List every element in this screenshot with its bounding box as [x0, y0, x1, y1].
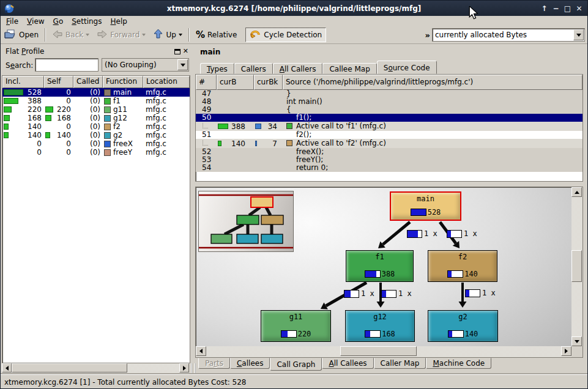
tab-callees[interactable]: Callees: [230, 358, 270, 369]
menu-item-file[interactable]: File: [2, 17, 23, 26]
source-line-50[interactable]: 50f1();: [196, 114, 582, 122]
source-line-54[interactable]: 54return 0;: [196, 164, 582, 172]
graph-node-g11[interactable]: g11220: [261, 310, 331, 342]
column-header-self[interactable]: Self: [44, 76, 73, 88]
dock-close-button[interactable]: ✕: [183, 48, 188, 54]
scroll-down-button[interactable]: [571, 336, 582, 346]
incl-bar: [4, 124, 9, 130]
source-line-49[interactable]: 49{: [196, 106, 582, 114]
tab-all-callers[interactable]: All Callers: [273, 63, 323, 74]
maximize-button[interactable]: □: [562, 2, 573, 14]
node-cost-bar: [281, 330, 297, 338]
table-row-freeY[interactable]: 00(0)freeYmfg.c: [2, 148, 190, 157]
graph-vscrollbar[interactable]: [571, 187, 582, 346]
scroll-right-button[interactable]: [179, 363, 189, 372]
source-call-row[interactable]: 38834Active call to 'f1' (mfg.c): [196, 122, 582, 131]
tab-callee-map[interactable]: Callee Map: [322, 63, 376, 74]
cycle-detection-button[interactable]: Cycle Detection: [245, 28, 326, 42]
node-value: 168: [382, 330, 395, 338]
cell-function: f1: [103, 97, 143, 105]
menu-item-go[interactable]: Go: [49, 17, 68, 26]
scroll-thumb[interactable]: [12, 363, 127, 372]
minimize-button[interactable]: −: [550, 2, 562, 14]
combo-arrow-icon[interactable]: [177, 59, 188, 70]
back-label: Back: [65, 31, 83, 39]
scroll-left-button[interactable]: [196, 346, 206, 356]
table-row-g2[interactable]: 140140(0)g2mfg.c: [2, 131, 190, 139]
scroll-up-button[interactable]: [571, 187, 582, 197]
source-line-47[interactable]: 47}: [196, 90, 582, 98]
menu-item-settings[interactable]: Settings: [67, 17, 106, 26]
source-line-48[interactable]: 48int main(): [196, 98, 582, 106]
column-header-function[interactable]: Function: [103, 76, 143, 88]
toolbar-separator: [188, 28, 190, 42]
column-header-location[interactable]: Location: [143, 76, 190, 88]
table-row-f1[interactable]: 3880(0)f1mfg.c: [2, 97, 190, 105]
node-cost-bar: [365, 270, 381, 278]
shade-button[interactable]: ↑: [538, 2, 550, 14]
flat-profile-hscrollbar[interactable]: [2, 363, 189, 374]
function-color-icon: [104, 149, 111, 156]
tab-caller-map[interactable]: Caller Map: [374, 358, 426, 369]
tree-branch-icon: [203, 140, 208, 146]
tab-call-graph[interactable]: Call Graph: [270, 358, 322, 371]
table-row-main[interactable]: 5280(0)mainmfg.c: [2, 88, 190, 97]
close-button[interactable]: ✕: [573, 2, 585, 14]
node-cost-bar-fill: [411, 209, 426, 215]
source-column-header[interactable]: #: [196, 75, 217, 90]
open-icon: [4, 29, 17, 41]
scroll-thumb[interactable]: [340, 346, 417, 356]
open-button[interactable]: Open: [1, 28, 42, 42]
source-line-53[interactable]: 53freeY();: [196, 156, 582, 164]
menu-item-view[interactable]: View: [23, 17, 48, 26]
source-column-header[interactable]: curBk: [254, 75, 283, 90]
splitter-handle[interactable]: [191, 363, 196, 373]
overview-node-f2: [261, 215, 283, 224]
curbk-bar-icon: [255, 141, 257, 146]
column-header-incl[interactable]: Incl.: [2, 76, 44, 88]
tab-machine-code[interactable]: Machine Code: [426, 358, 491, 369]
source-column-header[interactable]: curB: [217, 75, 254, 90]
search-input[interactable]: [35, 58, 99, 72]
graph-hscrollbar[interactable]: [196, 346, 571, 357]
graph-node-f1[interactable]: f1388: [346, 250, 414, 282]
function-name: freeX: [113, 139, 133, 148]
tab-callers[interactable]: Callers: [234, 63, 273, 74]
function-name: freeY: [113, 148, 132, 157]
source-column-header[interactable]: Source ('/home/philippe/valgrind/littlep…: [283, 75, 582, 90]
relative-toggle-button[interactable]: % Relative: [192, 28, 240, 42]
cell-self: 0: [44, 148, 73, 157]
scroll-left-button[interactable]: [2, 363, 12, 372]
call-graph-canvas[interactable]: main528f1388f2140g11220g12168g2140 1 x1 …: [196, 188, 571, 347]
tab-types[interactable]: Types: [200, 63, 234, 74]
grouping-combo[interactable]: (No Grouping): [102, 58, 189, 72]
incl-value: 0: [37, 148, 42, 157]
dock-float-button[interactable]: [174, 49, 180, 54]
graph-node-main[interactable]: main528: [390, 191, 461, 221]
cost-type-combo[interactable]: currently allocated Bytes: [432, 28, 585, 42]
table-row-freeX[interactable]: 00(0)freeXmfg.c: [2, 139, 190, 148]
source-line-52[interactable]: 52freeX();: [196, 148, 582, 156]
source-line-51[interactable]: 51f2();: [196, 131, 582, 139]
cell-incl: 220: [2, 105, 44, 114]
graph-overview-inset[interactable]: [198, 191, 294, 252]
graph-node-f2[interactable]: f2140: [428, 250, 497, 282]
toolbar-overflow-button[interactable]: »: [425, 31, 430, 40]
overview-node-g11: [211, 234, 232, 243]
scroll-right-button[interactable]: [561, 346, 571, 356]
scroll-thumb[interactable]: [571, 250, 582, 282]
tab-all-callees[interactable]: All Callees: [322, 358, 373, 369]
table-row-g12[interactable]: 168168(0)g12mfg.c: [2, 114, 190, 122]
cell-source: Active call to 'f1' (mfg.c): [283, 122, 582, 131]
combo-arrow-icon[interactable]: [573, 29, 584, 40]
up-button[interactable]: Up: [149, 28, 185, 42]
source-call-row[interactable]: 1407Active call to 'f2' (mfg.c): [196, 139, 582, 148]
cell-function: g2: [103, 131, 143, 139]
graph-node-g2[interactable]: g2140: [428, 310, 498, 342]
graph-node-g12[interactable]: g12168: [345, 310, 415, 342]
menu-item-help[interactable]: Help: [106, 17, 131, 26]
column-header-called[interactable]: Called: [73, 76, 103, 88]
table-row-f2[interactable]: 1400(0)f2mfg.c: [2, 122, 190, 131]
table-row-g11[interactable]: 220220(0)g11mfg.c: [2, 105, 190, 114]
tab-source-code[interactable]: Source Code: [377, 61, 437, 74]
